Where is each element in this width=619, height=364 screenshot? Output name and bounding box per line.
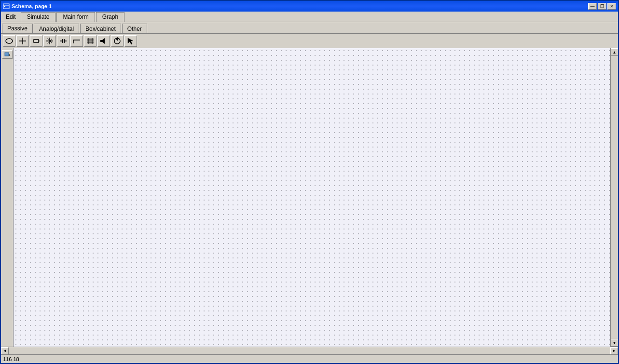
tab-other[interactable]: Other [122, 24, 147, 33]
speaker-icon [99, 37, 108, 45]
scroll-right-button[interactable]: ► [610, 347, 618, 355]
horizontal-scrollbar[interactable]: ◄ ► [1, 347, 618, 354]
circle-tool-button[interactable] [3, 35, 15, 47]
app-icon [3, 3, 10, 10]
scroll-track-horizontal[interactable] [9, 347, 610, 354]
bus-tool-button[interactable] [84, 35, 96, 47]
close-button[interactable]: ✕ [607, 3, 616, 10]
capacitor-tool-button[interactable] [57, 35, 69, 47]
tab-passive[interactable]: Passive [2, 24, 33, 33]
svg-rect-27 [5, 53, 9, 56]
scroll-up-button[interactable]: ▲ [611, 48, 619, 56]
svg-rect-23 [100, 40, 102, 42]
speaker-tool-button[interactable] [97, 35, 110, 47]
canvas-area: ▲ ▼ [1, 48, 618, 347]
scroll-down-button[interactable]: ▼ [611, 339, 619, 347]
tabs-bar: Passive Analog/digital Box/cabinet Other [1, 22, 618, 34]
menu-graph[interactable]: Graph [96, 12, 124, 22]
node-tool-button[interactable] [16, 35, 29, 47]
page-selector[interactable] [2, 50, 13, 59]
resistor-icon [32, 37, 41, 45]
bus-icon [86, 37, 95, 45]
resistor-tool-button[interactable] [30, 35, 42, 47]
svg-rect-7 [34, 40, 39, 42]
component-toolbar [1, 34, 618, 48]
title-bar: Schema, page 1 — ❐ ✕ [1, 1, 618, 12]
main-area: ▲ ▼ ◄ ► [1, 48, 618, 354]
svg-marker-26 [116, 39, 119, 41]
arrow-icon [126, 37, 135, 45]
capacitor-icon [59, 37, 68, 45]
cross-node-button[interactable] [43, 35, 56, 47]
potentiometer-icon [113, 37, 122, 45]
window-title: Schema, page 1 [12, 3, 52, 9]
title-bar-left: Schema, page 1 [3, 3, 52, 10]
menu-bar: Edit Simulate Main form Graph [1, 12, 618, 22]
window-controls[interactable]: — ❐ ✕ [588, 3, 616, 10]
potentiometer-tool-button[interactable] [111, 35, 124, 47]
menu-main-form[interactable]: Main form [56, 12, 95, 22]
svg-rect-2 [4, 6, 5, 7]
tab-analog-digital[interactable]: Analog/digital [34, 24, 79, 33]
minimize-button[interactable]: — [588, 3, 597, 10]
circle-icon [5, 37, 14, 45]
inductor-tool-button[interactable] [70, 35, 83, 47]
scroll-track-vertical[interactable] [611, 56, 618, 339]
schematic-canvas[interactable] [14, 48, 610, 347]
plus-icon [18, 37, 27, 45]
scroll-left-button[interactable]: ◄ [1, 347, 9, 355]
cross-node-icon [45, 37, 54, 45]
status-bar: 116 18 [1, 354, 618, 363]
inductor-icon [72, 37, 81, 45]
menu-edit[interactable]: Edit [2, 13, 20, 21]
vertical-scrollbar[interactable]: ▲ ▼ [610, 48, 618, 347]
menu-simulate[interactable]: Simulate [21, 12, 56, 22]
tab-box-cabinet[interactable]: Box/cabinet [80, 24, 121, 33]
arrow-tool-button[interactable] [124, 35, 137, 47]
canvas-toolbar [1, 48, 14, 347]
svg-point-3 [6, 39, 13, 43]
restore-button[interactable]: ❐ [598, 3, 606, 10]
coordinates-display: 116 18 [3, 356, 19, 362]
